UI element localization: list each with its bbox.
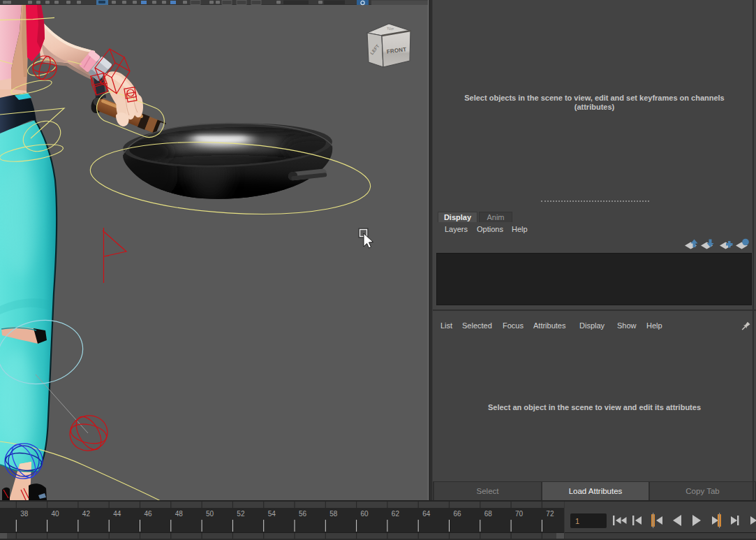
- svg-text:52: 52: [237, 510, 245, 518]
- svg-text:40: 40: [52, 510, 60, 518]
- svg-text:70: 70: [515, 510, 524, 518]
- svg-text:60: 60: [361, 510, 369, 518]
- svg-text:62: 62: [392, 510, 400, 518]
- svg-text:48: 48: [175, 510, 184, 518]
- svg-text:44: 44: [113, 510, 121, 518]
- svg-text:72: 72: [546, 510, 554, 518]
- svg-text:54: 54: [268, 510, 276, 518]
- svg-text:68: 68: [484, 510, 493, 518]
- svg-text:1: 1: [575, 517, 579, 525]
- svg-text:66: 66: [453, 510, 461, 518]
- svg-text:56: 56: [299, 510, 307, 518]
- svg-text:42: 42: [82, 510, 91, 518]
- svg-text:64: 64: [422, 510, 431, 518]
- svg-text:46: 46: [144, 510, 152, 518]
- svg-text:58: 58: [329, 510, 338, 518]
- svg-text:38: 38: [20, 510, 29, 518]
- svg-text:50: 50: [206, 510, 214, 518]
